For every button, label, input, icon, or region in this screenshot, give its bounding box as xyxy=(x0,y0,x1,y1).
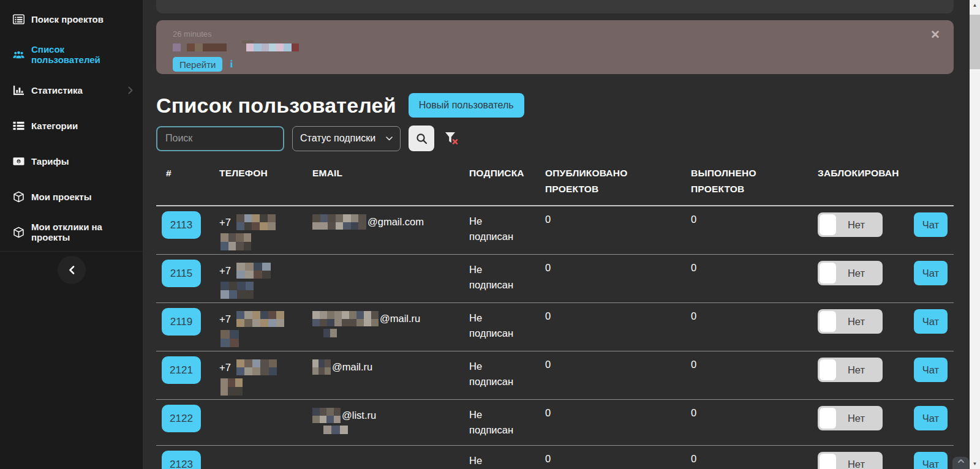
clear-filter-icon[interactable] xyxy=(443,130,459,146)
subscription-status: Не подписан xyxy=(469,214,513,244)
completed-count: 0 xyxy=(691,214,696,225)
svg-text:0: 0 xyxy=(17,159,20,163)
chevron-down-icon xyxy=(386,137,393,141)
toggle-label: Нет xyxy=(830,364,883,376)
redacted-phone xyxy=(221,282,254,299)
chart-icon xyxy=(12,84,24,96)
sidebar-divider xyxy=(0,251,143,252)
subscription-status-select[interactable]: Статус подписки xyxy=(292,126,401,151)
cube-icon xyxy=(12,190,24,203)
sidebar-item-5[interactable]: 0Тарифы xyxy=(0,143,143,179)
banner-go-button[interactable]: Перейти xyxy=(173,57,222,72)
chevron-left-icon xyxy=(69,266,75,274)
email-domain: @mail.ru xyxy=(380,313,420,325)
subscription-status: Не подписан xyxy=(469,359,513,389)
redacted-email xyxy=(323,329,337,337)
table-row: 2113+7@gmail.comНе подписан00НетЧат xyxy=(156,206,954,255)
table-row: 2123Не подписан00НетЧат xyxy=(156,446,954,469)
new-user-button[interactable]: Новый пользователь xyxy=(409,93,524,118)
user-id-button[interactable]: 2115 xyxy=(162,260,201,287)
toggle-label: Нет xyxy=(830,219,883,231)
blocked-toggle[interactable]: Нет xyxy=(818,406,883,430)
user-id-button[interactable]: 2123 xyxy=(162,451,201,469)
chat-button[interactable]: Чат xyxy=(914,452,948,469)
blocked-toggle[interactable]: Нет xyxy=(818,261,883,285)
user-id-button[interactable]: 2113 xyxy=(162,211,201,239)
sidebar-collapse-button[interactable] xyxy=(58,256,86,284)
redacted-block xyxy=(242,40,254,43)
column-header-3: EMAIL xyxy=(303,160,459,197)
banner-redacted-text xyxy=(173,43,941,51)
banner-timestamp: 26 minutes xyxy=(173,29,941,39)
phone-prefix: +7 xyxy=(219,362,231,373)
sidebar-item-label: Список пользователей xyxy=(31,44,134,65)
redacted-block xyxy=(187,43,227,51)
redacted-phone xyxy=(221,378,243,396)
sidebar-item-4[interactable]: Категории xyxy=(0,108,143,143)
scrollbar-thumb[interactable] xyxy=(970,15,980,69)
email-cell: @mail.ru xyxy=(303,308,459,337)
chat-button[interactable]: Чат xyxy=(914,309,948,334)
table-row: 2115+7Не подписан00НетЧат xyxy=(156,255,954,303)
phone-cell: +7 xyxy=(209,356,303,396)
redacted-phone xyxy=(236,359,277,375)
toggle-label: Нет xyxy=(830,268,883,279)
published-count: 0 xyxy=(545,453,551,465)
cube-icon xyxy=(12,226,24,238)
phone-cell: +7 xyxy=(209,260,303,299)
sidebar-item-6[interactable]: Мои проекты xyxy=(0,179,143,214)
redacted-block xyxy=(246,43,299,51)
user-id-button[interactable]: 2121 xyxy=(162,356,201,384)
blocked-toggle[interactable]: Нет xyxy=(818,452,883,469)
table-row: 2122@list.ruНе подписан00НетЧат xyxy=(156,400,954,446)
blocked-toggle[interactable]: Нет xyxy=(818,358,883,382)
column-header-1: # xyxy=(156,160,209,197)
scroll-top-button[interactable] xyxy=(952,457,969,469)
redacted-block xyxy=(173,43,181,51)
column-header-7: ЗАБЛОКИРОВАН xyxy=(808,160,914,197)
phone-cell: +7 xyxy=(209,308,303,347)
sidebar-item-label: Тарифы xyxy=(31,156,69,167)
subscription-select-value: Статус подписки xyxy=(300,133,375,144)
chat-button[interactable]: Чат xyxy=(914,358,948,382)
redacted-email xyxy=(312,214,366,230)
column-header-6: ВЫПОЛНЕНО ПРОЕКТОВ xyxy=(681,160,808,197)
close-icon[interactable]: ✕ xyxy=(930,29,940,40)
completed-count: 0 xyxy=(691,453,696,465)
chat-button[interactable]: Чат xyxy=(914,406,948,430)
email-cell: @list.ru xyxy=(303,405,459,434)
redacted-phone xyxy=(236,263,271,279)
redacted-email xyxy=(312,311,379,326)
scrollbar-down-arrow[interactable]: ▼ xyxy=(970,459,980,469)
chat-button[interactable]: Чат xyxy=(914,212,948,237)
user-id-button[interactable]: 2119 xyxy=(162,308,201,336)
phone-prefix: +7 xyxy=(219,265,231,277)
toggle-label: Нет xyxy=(830,413,883,424)
chat-button[interactable]: Чат xyxy=(914,261,948,285)
page-scrollbar[interactable]: ▲ ▼ xyxy=(970,0,980,469)
blocked-toggle[interactable]: Нет xyxy=(818,212,883,237)
categories-icon xyxy=(12,119,24,132)
project-list-icon xyxy=(12,13,24,25)
notification-banner: 26 minutes Перейти i ✕ xyxy=(156,20,954,74)
completed-count: 0 xyxy=(691,407,696,419)
table-row: 2121+7@mail.ruНе подписан00НетЧат xyxy=(156,351,954,400)
redacted-email xyxy=(312,359,331,375)
scrollbar-up-arrow[interactable]: ▲ xyxy=(970,0,980,10)
user-id-button[interactable]: 2122 xyxy=(162,405,201,432)
published-count: 0 xyxy=(545,359,551,370)
sidebar-item-2[interactable]: Список пользователей xyxy=(0,37,143,72)
completed-count: 0 xyxy=(691,262,696,274)
blocked-toggle[interactable]: Нет xyxy=(818,309,883,334)
scrollbar-track[interactable] xyxy=(970,10,980,459)
table-row: 2119+7@mail.ruНе подписан00НетЧат xyxy=(156,303,954,351)
sidebar-item-1[interactable]: Поиск проектов xyxy=(0,1,143,37)
search-input[interactable] xyxy=(156,126,284,151)
search-button[interactable] xyxy=(409,126,434,151)
info-icon[interactable]: i xyxy=(230,58,233,70)
published-count: 0 xyxy=(545,310,551,322)
sidebar-item-3[interactable]: Статистика xyxy=(0,72,143,108)
email-cell: @gmail.com xyxy=(303,211,459,230)
users-icon xyxy=(12,48,24,61)
sidebar-item-7[interactable]: Мои отклики на проекты xyxy=(0,214,143,250)
